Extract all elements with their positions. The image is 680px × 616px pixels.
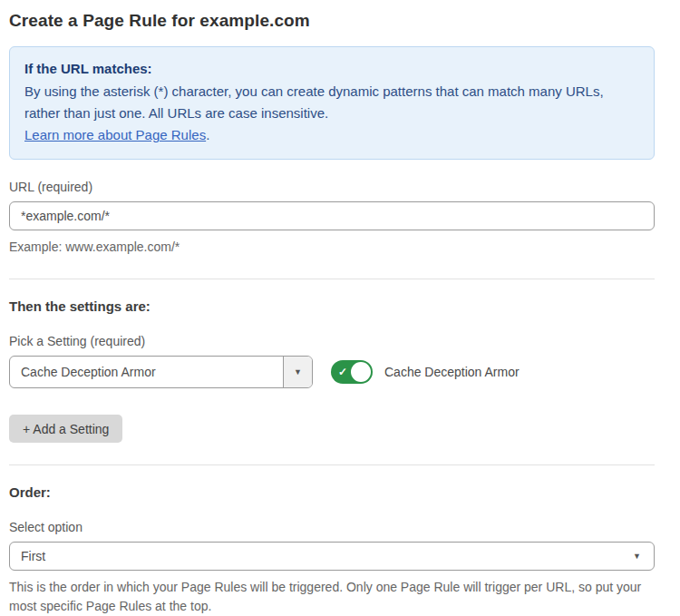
url-input[interactable] <box>9 201 655 230</box>
url-match-info-box: If the URL matches: By using the asteris… <box>9 46 655 160</box>
setting-dropdown[interactable]: Cache Deception Armor ▼ <box>9 356 313 388</box>
order-select-label: Select option <box>9 520 655 534</box>
setting-toggle[interactable]: ✓ <box>331 360 373 384</box>
divider <box>9 279 655 279</box>
toggle-knob <box>351 362 371 382</box>
learn-more-link[interactable]: Learn more about Page Rules <box>24 127 206 142</box>
order-dropdown-value: First <box>21 549 45 563</box>
url-field-label: URL (required) <box>9 180 655 194</box>
setting-dropdown-value: Cache Deception Armor <box>10 357 283 387</box>
divider <box>9 464 655 465</box>
setting-row: Cache Deception Armor ▼ ✓ Cache Deceptio… <box>9 356 655 388</box>
url-example-text: Example: www.example.com/* <box>9 238 655 257</box>
setting-dropdown-arrow-button[interactable]: ▼ <box>283 357 312 387</box>
pick-setting-label: Pick a Setting (required) <box>9 334 655 348</box>
info-box-heading: If the URL matches: <box>24 58 639 80</box>
chevron-down-icon: ▼ <box>294 368 302 376</box>
order-dropdown[interactable]: First ▼ <box>9 542 655 571</box>
order-help-text: This is the order in which your Page Rul… <box>9 578 655 616</box>
info-box-link-line: Learn more about Page Rules. <box>24 124 639 146</box>
link-suffix: . <box>206 127 209 142</box>
order-section-heading: Order: <box>9 484 655 500</box>
chevron-down-icon: ▼ <box>633 552 641 561</box>
setting-toggle-label: Cache Deception Armor <box>384 365 520 379</box>
create-page-rule-panel: Create a Page Rule for example.com If th… <box>0 0 680 616</box>
info-box-body: By using the asterisk (*) character, you… <box>24 81 639 124</box>
settings-section-heading: Then the settings are: <box>9 298 655 314</box>
page-title: Create a Page Rule for example.com <box>9 11 655 31</box>
add-setting-button[interactable]: + Add a Setting <box>9 415 122 443</box>
check-icon: ✓ <box>338 366 347 378</box>
